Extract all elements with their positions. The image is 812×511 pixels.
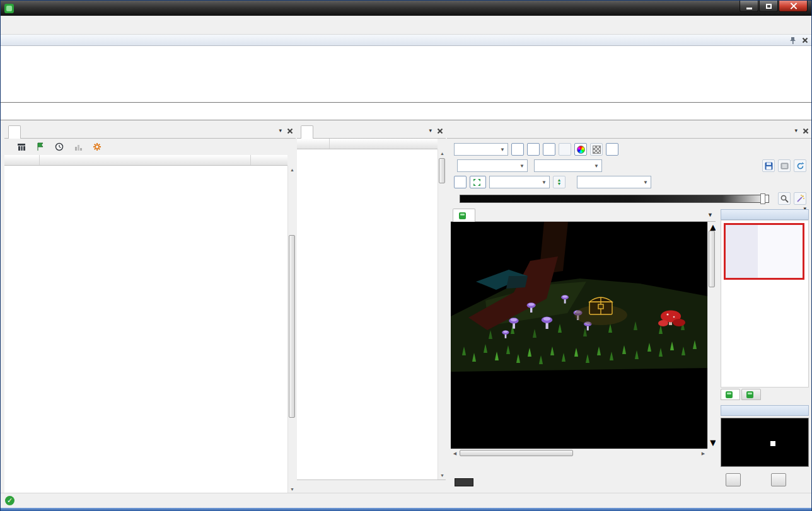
pin-icon[interactable] <box>789 37 796 44</box>
scrollbar-thumb[interactable] <box>289 235 295 418</box>
column-api-call[interactable] <box>330 139 438 149</box>
scrollbar-thumb[interactable] <box>460 450 573 456</box>
zoom-toolbar: ▼ ▲▼ ▼ <box>451 175 806 189</box>
minimize-icon <box>746 8 752 9</box>
custom-shader-button[interactable] <box>574 143 587 156</box>
api-calls-scrollbar[interactable]: ▲ ▼ <box>438 149 446 479</box>
tab-texture-unbound[interactable] <box>453 209 475 222</box>
picked-pixel-marker <box>770 441 775 446</box>
texture-image[interactable] <box>451 222 707 449</box>
browse-button[interactable] <box>14 141 28 153</box>
bookmark-button[interactable] <box>90 141 104 153</box>
wand-icon <box>796 195 804 203</box>
pixel-context-view[interactable] <box>721 418 809 467</box>
flip-y-button[interactable]: ▲▼ <box>553 176 566 188</box>
column-duration[interactable] <box>251 155 287 165</box>
fb0-thumbnail[interactable] <box>724 223 804 280</box>
column-name[interactable] <box>40 155 251 165</box>
timeline-close-icon[interactable] <box>803 38 808 43</box>
timeline-caption <box>1 35 811 46</box>
window-border <box>1 508 811 511</box>
chevron-down-icon: ▼ <box>594 163 599 169</box>
scroll-up-icon[interactable]: ▲ <box>438 149 446 158</box>
panel-close-icon[interactable] <box>287 129 293 134</box>
column-eid[interactable] <box>297 139 330 149</box>
scrollbar-thumb[interactable] <box>439 158 445 183</box>
zoom-range-button[interactable] <box>778 192 791 205</box>
up-down-arrows-icon: ▲▼ <box>557 178 562 186</box>
minimize-button[interactable] <box>740 1 758 12</box>
outputs-thumbnail-list <box>721 220 809 388</box>
panel-close-icon[interactable] <box>803 129 808 134</box>
autofit-range-button[interactable] <box>794 192 806 205</box>
checkerboard-icon <box>593 146 601 154</box>
event-browser-scrollbar[interactable]: ▲ ▼ <box>287 166 296 493</box>
save-texture-button[interactable] <box>762 159 775 172</box>
event-tree <box>4 166 287 493</box>
texture-list-icon <box>780 162 789 170</box>
stats-icon <box>74 142 83 151</box>
renderdoc-texture-icon <box>459 212 466 219</box>
green-channel-button[interactable] <box>527 143 540 156</box>
scroll-down-icon[interactable]: ▼ <box>708 437 716 449</box>
clock-icon <box>55 142 64 151</box>
api-calls-header <box>297 139 438 149</box>
scroll-down-icon[interactable]: ▼ <box>438 471 446 479</box>
overlay-select[interactable]: ▼ <box>577 176 651 188</box>
zoom-select[interactable]: ▼ <box>489 176 550 188</box>
scroll-left-icon[interactable]: ◀ <box>451 449 459 457</box>
tab-inputs[interactable] <box>741 389 761 400</box>
api-calls-panel: ▾ ▲ ▼ <box>297 125 446 493</box>
panel-menu-icon[interactable]: ▾ <box>279 128 282 134</box>
column-eid[interactable] <box>4 155 40 165</box>
checker-background-button[interactable] <box>590 143 603 156</box>
tab-api-calls[interactable] <box>301 125 313 139</box>
gamma-button[interactable] <box>606 143 618 156</box>
panel-menu-icon[interactable]: ▾ <box>429 128 432 134</box>
callstack-section[interactable] <box>297 479 446 493</box>
event-browser-panel: ▾ ▲ ▼ <box>4 125 296 493</box>
blue-channel-button[interactable] <box>543 143 555 156</box>
scroll-up-icon[interactable]: ▲ <box>288 166 296 174</box>
alpha-channel-button[interactable] <box>559 143 571 156</box>
texture-horizontal-scrollbar[interactable]: ◀ ▶ <box>451 449 707 457</box>
scrollbar-thumb[interactable] <box>709 231 715 287</box>
debug-button[interactable] <box>771 473 786 486</box>
red-channel-button[interactable] <box>511 143 524 156</box>
scroll-right-icon[interactable]: ▶ <box>699 449 707 457</box>
tab-event-browser[interactable] <box>8 125 21 139</box>
range-slider[interactable] <box>460 195 769 203</box>
texture-display[interactable]: ▲ ▼ <box>451 222 716 449</box>
pixel-context-header <box>721 405 809 416</box>
tab-outputs[interactable] <box>721 389 740 400</box>
channels-select[interactable]: ▼ <box>454 143 508 156</box>
open-texture-list-button[interactable] <box>778 159 791 172</box>
mip-select[interactable]: ▼ <box>457 159 528 172</box>
zoom-1to1-button[interactable] <box>454 176 467 188</box>
range-slider-handle[interactable] <box>760 193 765 204</box>
picked-color-swatch <box>455 478 473 486</box>
timeline-divider <box>1 102 811 103</box>
panel-menu-icon[interactable]: ▾ <box>794 128 798 134</box>
menubar <box>1 16 811 35</box>
api-call-list <box>297 149 438 479</box>
refresh-button[interactable] <box>794 159 806 172</box>
panel-close-icon[interactable] <box>438 129 443 134</box>
maximize-button[interactable] <box>759 1 778 12</box>
stats-button[interactable] <box>71 141 85 153</box>
goto-eid-button[interactable] <box>33 141 47 153</box>
texture-vertical-scrollbar[interactable]: ▲ ▼ <box>707 222 716 449</box>
close-icon <box>790 3 797 9</box>
time-draws-button[interactable] <box>52 141 66 153</box>
close-button[interactable] <box>779 1 808 12</box>
color-wheel-icon <box>577 146 585 154</box>
renderdoc-texture-icon <box>726 391 733 398</box>
timeline[interactable] <box>1 46 811 120</box>
slice-face-select[interactable]: ▼ <box>534 159 602 172</box>
texture-tab-list-icon[interactable]: ▼ <box>707 212 713 218</box>
history-button[interactable] <box>726 473 741 486</box>
titlebar[interactable] <box>1 1 811 16</box>
renderdoc-texture-icon <box>746 391 753 398</box>
maximize-icon <box>766 4 772 9</box>
fit-button[interactable] <box>470 176 486 188</box>
